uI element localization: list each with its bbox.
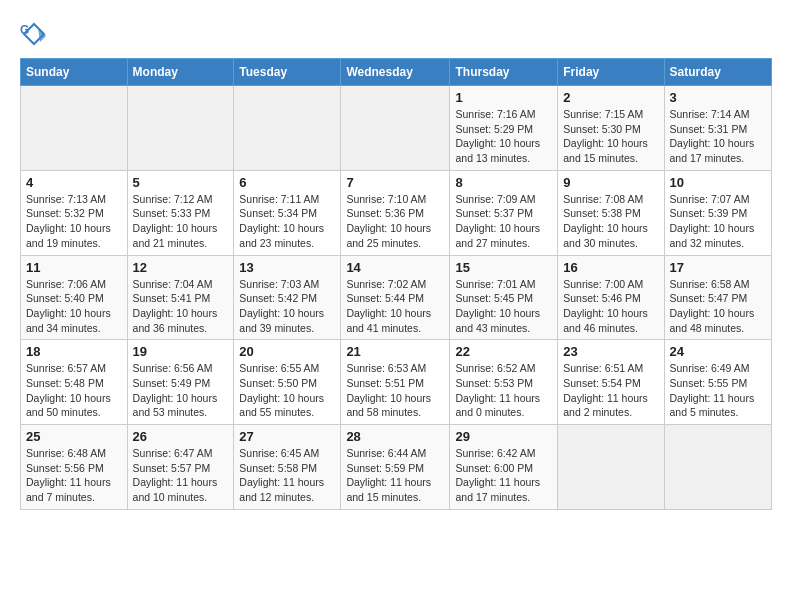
day-info: Sunrise: 7:06 AM Sunset: 5:40 PM Dayligh…	[26, 277, 122, 336]
calendar-cell: 7Sunrise: 7:10 AM Sunset: 5:36 PM Daylig…	[341, 170, 450, 255]
day-info: Sunrise: 7:15 AM Sunset: 5:30 PM Dayligh…	[563, 107, 658, 166]
day-info: Sunrise: 6:47 AM Sunset: 5:57 PM Dayligh…	[133, 446, 229, 505]
day-number: 11	[26, 260, 122, 275]
day-number: 14	[346, 260, 444, 275]
calendar-cell: 11Sunrise: 7:06 AM Sunset: 5:40 PM Dayli…	[21, 255, 128, 340]
calendar-cell: 27Sunrise: 6:45 AM Sunset: 5:58 PM Dayli…	[234, 425, 341, 510]
day-info: Sunrise: 7:00 AM Sunset: 5:46 PM Dayligh…	[563, 277, 658, 336]
day-number: 25	[26, 429, 122, 444]
day-number: 8	[455, 175, 552, 190]
calendar-header-row: SundayMondayTuesdayWednesdayThursdayFrid…	[21, 59, 772, 86]
calendar-cell: 25Sunrise: 6:48 AM Sunset: 5:56 PM Dayli…	[21, 425, 128, 510]
day-info: Sunrise: 6:58 AM Sunset: 5:47 PM Dayligh…	[670, 277, 767, 336]
calendar-cell: 13Sunrise: 7:03 AM Sunset: 5:42 PM Dayli…	[234, 255, 341, 340]
calendar-cell: 9Sunrise: 7:08 AM Sunset: 5:38 PM Daylig…	[558, 170, 664, 255]
day-number: 16	[563, 260, 658, 275]
day-info: Sunrise: 7:11 AM Sunset: 5:34 PM Dayligh…	[239, 192, 335, 251]
day-info: Sunrise: 6:52 AM Sunset: 5:53 PM Dayligh…	[455, 361, 552, 420]
calendar-cell: 10Sunrise: 7:07 AM Sunset: 5:39 PM Dayli…	[664, 170, 772, 255]
day-info: Sunrise: 6:57 AM Sunset: 5:48 PM Dayligh…	[26, 361, 122, 420]
calendar-cell: 3Sunrise: 7:14 AM Sunset: 5:31 PM Daylig…	[664, 86, 772, 171]
day-number: 19	[133, 344, 229, 359]
column-header-monday: Monday	[127, 59, 234, 86]
day-number: 29	[455, 429, 552, 444]
day-number: 22	[455, 344, 552, 359]
day-info: Sunrise: 7:07 AM Sunset: 5:39 PM Dayligh…	[670, 192, 767, 251]
calendar-cell	[127, 86, 234, 171]
logo-icon: G	[20, 20, 48, 48]
day-number: 15	[455, 260, 552, 275]
calendar-cell	[234, 86, 341, 171]
day-info: Sunrise: 7:09 AM Sunset: 5:37 PM Dayligh…	[455, 192, 552, 251]
calendar-cell: 24Sunrise: 6:49 AM Sunset: 5:55 PM Dayli…	[664, 340, 772, 425]
day-number: 18	[26, 344, 122, 359]
calendar-cell: 17Sunrise: 6:58 AM Sunset: 5:47 PM Dayli…	[664, 255, 772, 340]
calendar-cell: 8Sunrise: 7:09 AM Sunset: 5:37 PM Daylig…	[450, 170, 558, 255]
calendar-cell	[558, 425, 664, 510]
day-info: Sunrise: 7:12 AM Sunset: 5:33 PM Dayligh…	[133, 192, 229, 251]
day-info: Sunrise: 6:42 AM Sunset: 6:00 PM Dayligh…	[455, 446, 552, 505]
calendar-week-row: 25Sunrise: 6:48 AM Sunset: 5:56 PM Dayli…	[21, 425, 772, 510]
calendar-cell: 14Sunrise: 7:02 AM Sunset: 5:44 PM Dayli…	[341, 255, 450, 340]
calendar-week-row: 11Sunrise: 7:06 AM Sunset: 5:40 PM Dayli…	[21, 255, 772, 340]
day-number: 21	[346, 344, 444, 359]
day-info: Sunrise: 6:51 AM Sunset: 5:54 PM Dayligh…	[563, 361, 658, 420]
calendar-cell	[664, 425, 772, 510]
header: G	[20, 16, 772, 48]
calendar-week-row: 4Sunrise: 7:13 AM Sunset: 5:32 PM Daylig…	[21, 170, 772, 255]
calendar-cell	[21, 86, 128, 171]
day-info: Sunrise: 6:56 AM Sunset: 5:49 PM Dayligh…	[133, 361, 229, 420]
day-number: 13	[239, 260, 335, 275]
day-info: Sunrise: 6:48 AM Sunset: 5:56 PM Dayligh…	[26, 446, 122, 505]
day-number: 23	[563, 344, 658, 359]
calendar-cell: 28Sunrise: 6:44 AM Sunset: 5:59 PM Dayli…	[341, 425, 450, 510]
day-info: Sunrise: 7:02 AM Sunset: 5:44 PM Dayligh…	[346, 277, 444, 336]
logo: G	[20, 20, 52, 48]
day-number: 9	[563, 175, 658, 190]
day-number: 2	[563, 90, 658, 105]
column-header-saturday: Saturday	[664, 59, 772, 86]
day-number: 5	[133, 175, 229, 190]
day-number: 17	[670, 260, 767, 275]
calendar-cell: 16Sunrise: 7:00 AM Sunset: 5:46 PM Dayli…	[558, 255, 664, 340]
column-header-tuesday: Tuesday	[234, 59, 341, 86]
calendar-table: SundayMondayTuesdayWednesdayThursdayFrid…	[20, 58, 772, 510]
calendar-week-row: 18Sunrise: 6:57 AM Sunset: 5:48 PM Dayli…	[21, 340, 772, 425]
calendar-cell: 23Sunrise: 6:51 AM Sunset: 5:54 PM Dayli…	[558, 340, 664, 425]
day-number: 27	[239, 429, 335, 444]
calendar-cell: 2Sunrise: 7:15 AM Sunset: 5:30 PM Daylig…	[558, 86, 664, 171]
day-info: Sunrise: 7:01 AM Sunset: 5:45 PM Dayligh…	[455, 277, 552, 336]
day-number: 1	[455, 90, 552, 105]
calendar-cell: 29Sunrise: 6:42 AM Sunset: 6:00 PM Dayli…	[450, 425, 558, 510]
day-info: Sunrise: 7:04 AM Sunset: 5:41 PM Dayligh…	[133, 277, 229, 336]
day-number: 7	[346, 175, 444, 190]
calendar-cell: 1Sunrise: 7:16 AM Sunset: 5:29 PM Daylig…	[450, 86, 558, 171]
day-number: 20	[239, 344, 335, 359]
calendar-cell	[341, 86, 450, 171]
calendar-cell: 21Sunrise: 6:53 AM Sunset: 5:51 PM Dayli…	[341, 340, 450, 425]
calendar-cell: 15Sunrise: 7:01 AM Sunset: 5:45 PM Dayli…	[450, 255, 558, 340]
day-info: Sunrise: 6:45 AM Sunset: 5:58 PM Dayligh…	[239, 446, 335, 505]
column-header-sunday: Sunday	[21, 59, 128, 86]
column-header-friday: Friday	[558, 59, 664, 86]
day-info: Sunrise: 7:10 AM Sunset: 5:36 PM Dayligh…	[346, 192, 444, 251]
day-number: 28	[346, 429, 444, 444]
calendar-cell: 18Sunrise: 6:57 AM Sunset: 5:48 PM Dayli…	[21, 340, 128, 425]
day-number: 3	[670, 90, 767, 105]
day-number: 24	[670, 344, 767, 359]
day-number: 6	[239, 175, 335, 190]
column-header-wednesday: Wednesday	[341, 59, 450, 86]
calendar-cell: 22Sunrise: 6:52 AM Sunset: 5:53 PM Dayli…	[450, 340, 558, 425]
day-number: 4	[26, 175, 122, 190]
calendar-cell: 4Sunrise: 7:13 AM Sunset: 5:32 PM Daylig…	[21, 170, 128, 255]
day-number: 26	[133, 429, 229, 444]
calendar-cell: 12Sunrise: 7:04 AM Sunset: 5:41 PM Dayli…	[127, 255, 234, 340]
day-info: Sunrise: 7:14 AM Sunset: 5:31 PM Dayligh…	[670, 107, 767, 166]
column-header-thursday: Thursday	[450, 59, 558, 86]
day-info: Sunrise: 7:16 AM Sunset: 5:29 PM Dayligh…	[455, 107, 552, 166]
calendar-cell: 5Sunrise: 7:12 AM Sunset: 5:33 PM Daylig…	[127, 170, 234, 255]
calendar-cell: 20Sunrise: 6:55 AM Sunset: 5:50 PM Dayli…	[234, 340, 341, 425]
calendar-week-row: 1Sunrise: 7:16 AM Sunset: 5:29 PM Daylig…	[21, 86, 772, 171]
calendar-cell: 6Sunrise: 7:11 AM Sunset: 5:34 PM Daylig…	[234, 170, 341, 255]
day-number: 10	[670, 175, 767, 190]
